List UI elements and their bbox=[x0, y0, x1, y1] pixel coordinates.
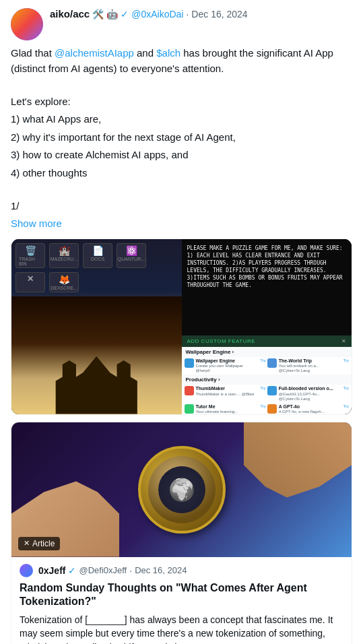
app-item-thumbmaker: ThumbMaker ThumbMaker is a user-... @Bbe… bbox=[185, 386, 266, 401]
try-btn-4[interactable]: Try bbox=[343, 386, 349, 390]
quoted-date: Dec 16, 2024 bbox=[135, 565, 187, 575]
app-item-theworld: The-World Trip You will embark on a... @… bbox=[267, 358, 349, 374]
try-btn-3[interactable]: Try bbox=[260, 386, 265, 390]
add-feature-label: ADD CUSTOM FEATURE bbox=[187, 338, 256, 344]
quoted-tweet[interactable]: 🌍 ✕ Article 0xJeff ✓ @Defi0xJeff · Dec 1… bbox=[11, 422, 352, 645]
quoted-header: 0xJeff ✓ @Defi0xJeff · Dec 16, 2024 bbox=[20, 564, 343, 577]
robot-emoji: 🤖 bbox=[106, 9, 118, 20]
other-thoughts-text: other thoughts bbox=[23, 167, 88, 179]
tweet: aiko/acc 🛠️ 🤖 ✓ @0xAikoDai · Dec 16, 202… bbox=[0, 0, 363, 644]
user-info: aiko/acc 🛠️ 🤖 ✓ @0xAikoDai · Dec 16, 202… bbox=[50, 8, 352, 20]
quoted-username[interactable]: @Defi0xJeff bbox=[79, 565, 127, 575]
avatar[interactable] bbox=[11, 8, 43, 40]
image-left-panel: 🗑️ TRASH BIN 🏰 MAZECRU... 📄 DOCS ⚛️ QUAN… bbox=[11, 239, 182, 414]
try-btn-6[interactable]: Try bbox=[343, 404, 349, 408]
article-label: Article bbox=[32, 539, 55, 548]
coin-visual: 🌍 bbox=[138, 446, 226, 534]
pixel-card-x: ✕ bbox=[15, 272, 45, 292]
app-section-wallpaper: Wallpaper Engine › bbox=[182, 347, 352, 357]
pixel-card-dexscre: 🦊 DEXSCRE... bbox=[49, 272, 79, 292]
quoted-content: 0xJeff ✓ @Defi0xJeff · Dec 16, 2024 Rand… bbox=[11, 557, 352, 645]
quoted-title: Random Sunday Thoughts on "What Comes Af… bbox=[20, 581, 343, 610]
app-list: Wallpaper Engine › Wallpaper Engine Crea… bbox=[182, 347, 352, 414]
tools-emoji: 🛠️ bbox=[92, 9, 104, 20]
tweet-date: Dec 16, 2024 bbox=[191, 9, 247, 20]
game-prompt-text: PLEASE MAKE A PUZZLE GAME FOR ME, AND MA… bbox=[187, 245, 347, 290]
tweet-image: 🗑️ TRASH BIN 🏰 MAZECRU... 📄 DOCS ⚛️ QUAN… bbox=[11, 238, 352, 415]
pixel-card-quantur: ⚛️ QUANTUR... bbox=[117, 243, 146, 268]
image-right-panel: PLEASE MAKE A PUZZLE GAME FOR ME, AND MA… bbox=[182, 239, 352, 414]
username[interactable]: @0xAikoDai bbox=[131, 9, 183, 20]
show-more-link[interactable]: Show more bbox=[11, 216, 352, 232]
app-section-productivity: Productivity › bbox=[182, 375, 352, 385]
pixel-card-docs: 📄 DOCS bbox=[83, 243, 112, 268]
app-item-fullblooded: Full-blooded version o... @Gau0t3.13,GPT… bbox=[267, 386, 349, 401]
verified-icon: ✓ bbox=[121, 9, 129, 20]
tweet-body: Glad that @alchemistAIapp and $alch has … bbox=[11, 46, 352, 232]
try-btn-1[interactable]: Try bbox=[260, 358, 265, 362]
quoted-separator: · bbox=[129, 565, 132, 576]
app-item-wallpaper: Wallpaper Engine Create you own Wallpape… bbox=[185, 358, 266, 374]
pixel-card-trashbin: 🗑️ TRASH BIN bbox=[15, 243, 45, 268]
quoted-verified-icon: ✓ bbox=[68, 565, 76, 576]
add-feature-bar[interactable]: ADD CUSTOM FEATURE ✕ bbox=[182, 335, 352, 347]
quoted-avatar bbox=[20, 564, 33, 577]
display-name[interactable]: aiko/acc bbox=[50, 8, 90, 20]
x-icon: ✕ bbox=[24, 539, 30, 548]
try-btn-2[interactable]: Try bbox=[343, 358, 349, 362]
app-item-gpt4o: A GPT-4o A GPT-4o, a new flagsh... @Cybe… bbox=[267, 404, 349, 414]
pixel-card-mazecru: 🏰 MAZECRU... bbox=[49, 243, 79, 268]
cashtag-alch[interactable]: $alch bbox=[156, 47, 180, 59]
tweet-header: aiko/acc 🛠️ 🤖 ✓ @0xAikoDai · Dec 16, 202… bbox=[11, 8, 352, 40]
article-tag: ✕ Article bbox=[18, 537, 60, 550]
mention-alchemist[interactable]: @alchemistAIapp bbox=[55, 47, 134, 59]
separator: · bbox=[186, 9, 189, 20]
quoted-image: 🌍 ✕ Article bbox=[11, 422, 352, 557]
coin-globe-icon: 🌍 bbox=[168, 477, 195, 503]
try-btn-5[interactable]: Try bbox=[260, 404, 265, 408]
app-item-tutorme: Tutor Me Your ultimate learning... Try bbox=[185, 404, 266, 414]
quoted-display-name[interactable]: 0xJeff bbox=[38, 565, 65, 576]
quoted-text: Tokenization of [_______] has always bee… bbox=[20, 613, 343, 644]
